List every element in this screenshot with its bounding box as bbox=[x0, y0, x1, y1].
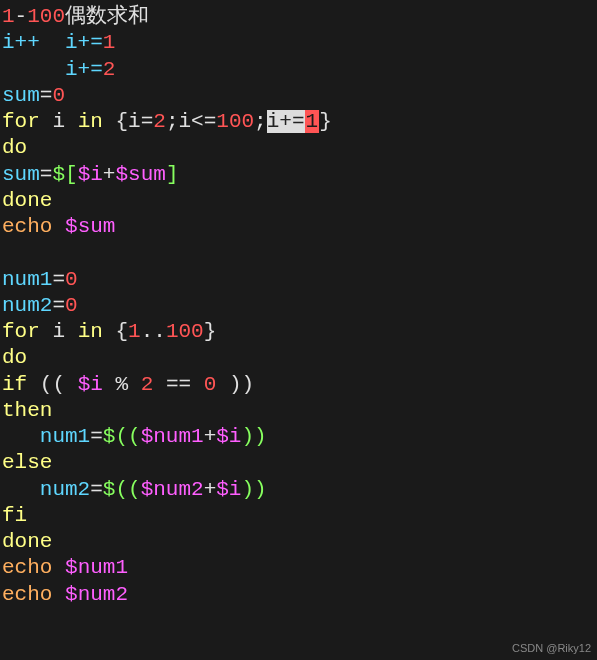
comment-text: 偶数求和 bbox=[65, 5, 149, 28]
operator-token: + bbox=[103, 163, 116, 186]
keyword-token: in bbox=[78, 110, 103, 133]
bracket-token: $(( bbox=[103, 425, 141, 448]
variable-token: sum bbox=[2, 163, 40, 186]
operator-token: = bbox=[40, 84, 53, 107]
watermark-text: CSDN @Riky12 bbox=[512, 642, 591, 656]
code-line: done bbox=[2, 188, 595, 214]
bracket-token: $[ bbox=[52, 163, 77, 186]
variable-ref-token: $i bbox=[216, 478, 241, 501]
keyword-token: fi bbox=[2, 504, 27, 527]
keyword-token: if bbox=[2, 373, 27, 396]
brace-token: } bbox=[319, 110, 332, 133]
keyword-token: done bbox=[2, 530, 52, 553]
variable-ref-token: $i bbox=[78, 373, 103, 396]
paren-token: )) bbox=[216, 373, 254, 396]
number-token: 0 bbox=[52, 84, 65, 107]
code-line: for i in {i=2;i<=100;i+=1} bbox=[2, 109, 595, 135]
number-token: 0 bbox=[65, 294, 78, 317]
variable-token: num1 bbox=[2, 268, 52, 291]
code-line: done bbox=[2, 529, 595, 555]
bracket-token: )) bbox=[241, 425, 266, 448]
number-token: 100 bbox=[166, 320, 204, 343]
bracket-token: ] bbox=[166, 163, 179, 186]
number-token: 100 bbox=[216, 110, 254, 133]
operator-token: = bbox=[40, 163, 53, 186]
variable-token: sum bbox=[2, 84, 40, 107]
code-line: echo $num1 bbox=[2, 555, 595, 581]
number-token: 2 bbox=[153, 110, 166, 133]
keyword-token: do bbox=[2, 346, 27, 369]
builtin-token: echo bbox=[2, 556, 52, 579]
variable-ref-token: $num1 bbox=[52, 556, 128, 579]
cursor-position[interactable]: 1 bbox=[305, 110, 320, 133]
variable-ref-token: $num2 bbox=[141, 478, 204, 501]
code-line: for i in {1..100} bbox=[2, 319, 595, 345]
code-line: sum=$[$i+$sum] bbox=[2, 162, 595, 188]
operator-token: .. bbox=[141, 320, 166, 343]
keyword-token: for bbox=[2, 320, 40, 343]
variable-token: num1 bbox=[2, 425, 90, 448]
variable-token: i+= bbox=[2, 58, 103, 81]
keyword-token: for bbox=[2, 110, 40, 133]
operator-token: = bbox=[52, 294, 65, 317]
number-token: 0 bbox=[65, 268, 78, 291]
number-token: 2 bbox=[141, 373, 154, 396]
operator-token: - bbox=[15, 5, 28, 28]
code-line: 1-100偶数求和 bbox=[2, 4, 595, 30]
brace-token: { bbox=[103, 320, 128, 343]
bracket-token: )) bbox=[241, 478, 266, 501]
code-line: do bbox=[2, 345, 595, 371]
operator-token: = bbox=[90, 425, 103, 448]
builtin-token: echo bbox=[2, 583, 52, 606]
code-line: sum=0 bbox=[2, 83, 595, 109]
keyword-token: then bbox=[2, 399, 52, 422]
keyword-token: in bbox=[78, 320, 103, 343]
variable-ref-token: $num2 bbox=[52, 583, 128, 606]
variable-token: i++ i+= bbox=[2, 31, 103, 54]
number-token: 0 bbox=[204, 373, 217, 396]
operator-token: = bbox=[90, 478, 103, 501]
number-token: 100 bbox=[27, 5, 65, 28]
code-line: echo $num2 bbox=[2, 582, 595, 608]
code-line: echo $sum bbox=[2, 214, 595, 240]
operator-token: ;i<= bbox=[166, 110, 216, 133]
code-line: i+=2 bbox=[2, 57, 595, 83]
paren-token: (( bbox=[27, 373, 77, 396]
operator-token: + bbox=[204, 425, 217, 448]
variable-ref-token: $sum bbox=[115, 163, 165, 186]
builtin-token: echo bbox=[2, 215, 52, 238]
brace-token: {i= bbox=[103, 110, 153, 133]
variable-ref-token: $sum bbox=[52, 215, 115, 238]
number-token: 1 bbox=[103, 31, 116, 54]
code-line: num2=0 bbox=[2, 293, 595, 319]
number-token: 1 bbox=[2, 5, 15, 28]
variable-ref-token: $num1 bbox=[141, 425, 204, 448]
operator-token: + bbox=[204, 478, 217, 501]
variable-ref-token: $i bbox=[78, 163, 103, 186]
code-line: then bbox=[2, 398, 595, 424]
operator-token: % bbox=[103, 373, 141, 396]
code-line bbox=[2, 240, 595, 266]
keyword-token: done bbox=[2, 189, 52, 212]
code-line: fi bbox=[2, 503, 595, 529]
brace-token: } bbox=[204, 320, 217, 343]
code-line: num1=0 bbox=[2, 267, 595, 293]
keyword-token: else bbox=[2, 451, 52, 474]
highlighted-token: i+= bbox=[267, 110, 305, 133]
number-token: 2 bbox=[103, 58, 116, 81]
bracket-token: $(( bbox=[103, 478, 141, 501]
variable-token: i bbox=[40, 320, 78, 343]
code-editor[interactable]: 1-100偶数求和 i++ i+=1 i+=2 sum=0 for i in {… bbox=[2, 4, 595, 608]
variable-token: num2 bbox=[2, 478, 90, 501]
code-line: num1=$(($num1+$i)) bbox=[2, 424, 595, 450]
operator-token: ; bbox=[254, 110, 267, 133]
code-line: do bbox=[2, 135, 595, 161]
operator-token: = bbox=[52, 268, 65, 291]
code-line: i++ i+=1 bbox=[2, 30, 595, 56]
number-token: 1 bbox=[128, 320, 141, 343]
code-line: else bbox=[2, 450, 595, 476]
code-line: if (( $i % 2 == 0 )) bbox=[2, 372, 595, 398]
variable-ref-token: $i bbox=[216, 425, 241, 448]
variable-token: num2 bbox=[2, 294, 52, 317]
keyword-token: do bbox=[2, 136, 27, 159]
